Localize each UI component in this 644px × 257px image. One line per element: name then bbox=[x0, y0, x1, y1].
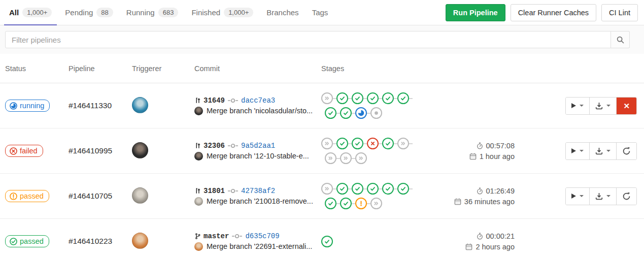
tab-branches[interactable]: Branches bbox=[261, 0, 303, 25]
commit-author-avatar[interactable] bbox=[194, 242, 203, 251]
cancel-pipeline-button[interactable]: ✕ bbox=[616, 98, 636, 114]
status-badge-passed-warnings[interactable]: passed bbox=[5, 190, 49, 202]
retry-pipeline-button[interactable] bbox=[616, 188, 636, 205]
stage-icon-passed[interactable] bbox=[367, 183, 379, 195]
commit-sha-link[interactable]: 42738af2 bbox=[241, 187, 275, 195]
stage-icon-skipped[interactable] bbox=[397, 138, 409, 149]
stage-icon-passed[interactable] bbox=[325, 198, 336, 209]
status-badge-passed[interactable]: passed bbox=[5, 235, 49, 247]
play-icon bbox=[571, 194, 576, 199]
commit-author-avatar[interactable] bbox=[194, 107, 203, 115]
retry-pipeline-button[interactable] bbox=[616, 143, 636, 159]
stage-icon-skipped[interactable] bbox=[355, 152, 367, 164]
duration-line: 00:57:08 bbox=[477, 142, 515, 150]
commit-icon bbox=[231, 234, 243, 239]
commit-sha-link[interactable]: 9a5d2aa1 bbox=[241, 142, 275, 150]
stage-icon-passed[interactable] bbox=[321, 236, 333, 247]
toolbar-actions: Run Pipeline Clear Runner Caches CI Lint bbox=[446, 0, 644, 25]
stage-icon-passed[interactable] bbox=[340, 107, 352, 119]
stage-icon-created[interactable] bbox=[370, 107, 382, 119]
tab-finished-count: 1,000+ bbox=[224, 8, 253, 17]
commit-message-link[interactable]: Merge branch '22691-externali... bbox=[207, 242, 312, 250]
pipeline-id-link[interactable]: #146410223 bbox=[69, 237, 112, 245]
commit-icon bbox=[227, 98, 239, 103]
download-artifacts-button[interactable] bbox=[589, 143, 616, 159]
commit-ref-line: 31649 dacc7ea3 bbox=[194, 97, 321, 105]
play-manual-jobs-button[interactable] bbox=[566, 143, 589, 159]
stage-icon-running[interactable] bbox=[355, 107, 367, 119]
stage-icon-skipped[interactable] bbox=[370, 198, 382, 209]
stage-icon-skipped[interactable] bbox=[321, 92, 333, 104]
duration-text: 00:57:08 bbox=[486, 142, 515, 150]
stage-icon-skipped[interactable] bbox=[321, 138, 333, 149]
commit-message-link[interactable]: Merge branch '210018-remove... bbox=[207, 197, 313, 205]
age-line: 36 minutes ago bbox=[454, 198, 515, 206]
status-badge-failed[interactable]: failed bbox=[5, 145, 43, 157]
tab-pending[interactable]: Pending 88 bbox=[60, 0, 118, 25]
stage-icon-passed[interactable] bbox=[382, 138, 394, 149]
commit-message-link[interactable]: Merge branch '12-10-stable-e... bbox=[207, 152, 309, 160]
stage-icon-passed[interactable] bbox=[397, 92, 409, 104]
ref-link[interactable]: 31801 bbox=[204, 187, 225, 195]
stage-icon-skipped[interactable] bbox=[325, 152, 336, 164]
triggerer-avatar[interactable] bbox=[132, 233, 148, 249]
pipeline-row: passed #146410705 31801 42738af2 Merge b… bbox=[0, 174, 644, 219]
stage-icon-warning[interactable] bbox=[355, 198, 367, 209]
status-label: passed bbox=[20, 192, 44, 200]
clear-runner-caches-button[interactable]: Clear Runner Caches bbox=[511, 4, 596, 21]
triggerer-avatar[interactable] bbox=[132, 187, 148, 204]
commit-author-avatar[interactable] bbox=[194, 152, 203, 160]
stage-icon-passed[interactable] bbox=[336, 92, 348, 104]
tab-all-count: 1,000+ bbox=[22, 8, 52, 17]
stage-icon-skipped[interactable] bbox=[321, 183, 333, 195]
commit-cell: master d635c709 Merge branch '22691-exte… bbox=[194, 232, 321, 251]
download-artifacts-button[interactable] bbox=[589, 188, 616, 205]
commit-message-link[interactable]: Merge branch 'nicolasdular/sto... bbox=[207, 107, 313, 115]
stage-icon-passed[interactable] bbox=[367, 92, 379, 104]
stage-icon-passed[interactable] bbox=[336, 138, 348, 149]
filter-pipelines-input[interactable] bbox=[5, 31, 611, 48]
stage-icon-passed[interactable] bbox=[340, 198, 352, 209]
tab-running[interactable]: Running 683 bbox=[121, 0, 184, 25]
stage-icon-passed[interactable] bbox=[325, 107, 336, 119]
duration-text: 00:00:21 bbox=[486, 232, 515, 240]
stage-icon-passed[interactable] bbox=[397, 183, 409, 195]
ref-link[interactable]: 32306 bbox=[204, 142, 225, 150]
triggerer-avatar[interactable] bbox=[132, 142, 148, 158]
pipeline-actions-group: ✕ bbox=[565, 97, 637, 115]
tab-branches-label: Branches bbox=[266, 8, 298, 17]
ref-link[interactable]: 31649 bbox=[204, 97, 225, 105]
tab-tags[interactable]: Tags bbox=[307, 0, 333, 25]
play-manual-jobs-button[interactable] bbox=[566, 188, 589, 205]
age-text: 2 hours ago bbox=[476, 243, 515, 251]
stage-icon-passed[interactable] bbox=[382, 183, 394, 195]
commit-author-avatar[interactable] bbox=[194, 197, 203, 206]
stage-icon-passed[interactable] bbox=[382, 92, 394, 104]
pipeline-id-link[interactable]: #146410705 bbox=[69, 191, 112, 200]
download-icon bbox=[595, 147, 603, 155]
stage-icon-failed[interactable] bbox=[367, 138, 379, 149]
stage-icon-passed[interactable] bbox=[352, 138, 363, 149]
tab-all[interactable]: All 1,000+ bbox=[4, 0, 57, 25]
tab-finished[interactable]: Finished 1,000+ bbox=[186, 0, 258, 25]
status-cell: passed bbox=[5, 190, 69, 202]
commit-sha-link[interactable]: dacc7ea3 bbox=[241, 97, 275, 105]
ref-link[interactable]: master bbox=[204, 232, 229, 240]
pipeline-id-link[interactable]: #146411330 bbox=[69, 101, 112, 110]
triggerer-avatar[interactable] bbox=[132, 97, 148, 113]
pipeline-id-link[interactable]: #146410995 bbox=[69, 146, 112, 155]
run-pipeline-button[interactable]: Run Pipeline bbox=[446, 4, 505, 21]
ci-lint-button[interactable]: CI Lint bbox=[601, 4, 638, 21]
commit-sha-link[interactable]: d635c709 bbox=[245, 232, 279, 240]
pipelines-tab-bar: All 1,000+ Pending 88 Running 683 Finish… bbox=[0, 0, 644, 25]
download-artifacts-button[interactable] bbox=[589, 98, 616, 114]
status-badge-running[interactable]: running bbox=[5, 100, 50, 112]
stages-cell bbox=[321, 92, 442, 120]
stages-cell bbox=[321, 137, 442, 165]
stage-icon-skipped[interactable] bbox=[340, 152, 352, 164]
stage-icon-passed[interactable] bbox=[352, 183, 363, 195]
stage-icon-passed[interactable] bbox=[336, 183, 348, 195]
stage-icon-passed[interactable] bbox=[352, 92, 363, 104]
play-manual-jobs-button[interactable] bbox=[566, 98, 589, 114]
search-button[interactable] bbox=[611, 31, 630, 48]
